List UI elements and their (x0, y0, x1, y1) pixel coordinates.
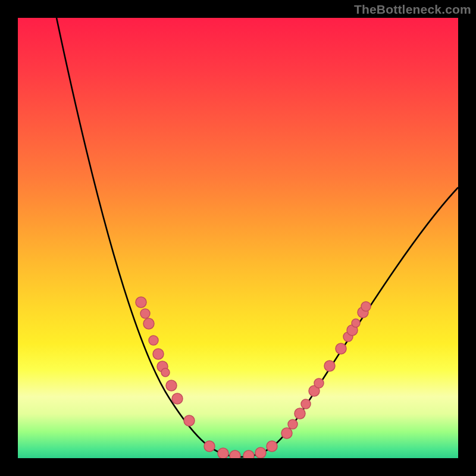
data-marker (143, 318, 154, 329)
chart-svg (18, 18, 458, 458)
data-marker (352, 319, 360, 327)
chart-frame: TheBottleneck.com (0, 0, 476, 476)
data-marker (281, 428, 292, 439)
data-marker (172, 393, 183, 404)
data-marker (314, 378, 324, 388)
data-marker (324, 361, 335, 371)
data-marker (204, 441, 215, 452)
data-marker (243, 450, 254, 458)
data-marker (301, 399, 311, 409)
data-marker (153, 349, 164, 359)
data-marker (218, 448, 228, 458)
data-marker (230, 450, 240, 458)
data-marker (361, 302, 371, 311)
data-marker (336, 343, 346, 354)
data-marker (295, 408, 305, 419)
data-marker (161, 368, 170, 377)
data-marker (255, 447, 266, 458)
plot-area (18, 18, 458, 458)
data-marker (184, 415, 195, 426)
data-marker (140, 309, 150, 318)
data-marker (288, 419, 298, 429)
data-marker (267, 441, 277, 452)
markers-group (136, 297, 371, 458)
data-marker (136, 297, 146, 308)
data-marker (149, 336, 158, 345)
bottleneck-curve (57, 18, 458, 457)
watermark-text: TheBottleneck.com (354, 2, 471, 17)
data-marker (166, 380, 177, 391)
